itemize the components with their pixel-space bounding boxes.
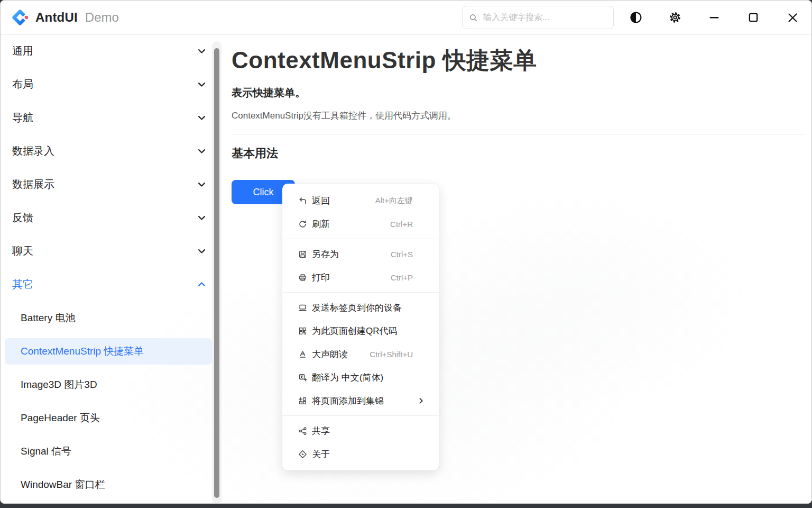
sidebar-item-label: 聊天 xyxy=(12,244,33,258)
theme-contrast-icon[interactable] xyxy=(625,7,647,28)
send-to-device-icon xyxy=(298,303,307,312)
sidebar-group[interactable]: 聊天 xyxy=(1,234,212,268)
chevron-down-icon xyxy=(196,113,207,123)
sidebar-item-label: WindowBar 窗口栏 xyxy=(21,478,105,492)
page-title: ContextMenuStrip 快捷菜单 xyxy=(232,45,811,76)
chevron-down-icon xyxy=(196,246,207,257)
menu-item[interactable]: 打印Ctrl+P xyxy=(282,266,439,289)
menu-item-label: 翻译为 中文(简体) xyxy=(312,371,383,384)
sidebar-item-label: 数据录入 xyxy=(12,144,54,158)
sidebar-item-label: ContextMenuStrip 快捷菜单 xyxy=(21,344,144,358)
menu-item-label: 返回 xyxy=(312,195,330,207)
antdui-logo-icon xyxy=(12,10,29,25)
sidebar-item[interactable]: Image3D 图片3D xyxy=(1,368,212,401)
chevron-down-icon xyxy=(196,79,207,90)
menu-item-shortcut: Ctrl+R xyxy=(390,220,413,229)
sidebar-item[interactable]: Battery 电池 xyxy=(1,301,212,334)
sidebar-item[interactable]: PageHeader 页头 xyxy=(1,401,212,434)
menu-item[interactable]: 翻译为 中文(简体) xyxy=(282,366,439,389)
menu-item[interactable]: 共享 xyxy=(282,419,439,442)
menu-item-label: 打印 xyxy=(312,271,330,284)
app-subtitle: Demo xyxy=(85,10,119,25)
menu-item[interactable]: 大声朗读Ctrl+Shift+U xyxy=(282,342,439,366)
save-icon xyxy=(298,250,307,259)
back-icon xyxy=(298,196,307,205)
chevron-down-icon xyxy=(196,179,207,190)
menu-item-shortcut: Ctrl+Shift+U xyxy=(370,350,413,359)
chevron-up-icon xyxy=(196,279,207,290)
menu-item-label: 为此页面创建QR代码 xyxy=(312,325,398,337)
page-subtitle: 表示快捷菜单。 xyxy=(232,86,811,100)
sidebar-item-label: Signal 信号 xyxy=(21,444,71,458)
section-title: 基本用法 xyxy=(232,146,811,161)
menu-item-shortcut: Ctrl+P xyxy=(391,273,413,282)
read-aloud-icon xyxy=(298,350,307,359)
qr-code-icon xyxy=(298,326,307,335)
sidebar-group[interactable]: 其它 xyxy=(1,268,212,301)
chevron-down-icon xyxy=(196,46,207,57)
search-box[interactable] xyxy=(462,6,614,29)
section-divider xyxy=(232,134,805,135)
window-controls xyxy=(625,7,803,28)
menu-item[interactable]: 将页面添加到集锦 xyxy=(282,389,439,412)
context-menu: 返回Alt+向左键刷新Ctrl+R另存为Ctrl+S打印Ctrl+P发送标签页到… xyxy=(282,184,439,470)
menu-item-label: 刷新 xyxy=(312,218,330,230)
menu-item[interactable]: 关于 xyxy=(282,442,439,466)
chevron-down-icon xyxy=(196,146,207,157)
sidebar-scrollbar-track[interactable] xyxy=(212,41,222,504)
title-bar: AntdUI Demo xyxy=(1,1,811,35)
sidebar-item-label: 布局 xyxy=(12,77,33,92)
share-icon xyxy=(298,427,307,436)
translate-icon xyxy=(298,373,307,382)
app-title: AntdUI xyxy=(35,10,78,25)
menu-item-shortcut: Alt+向左键 xyxy=(375,196,413,206)
menu-item-shortcut: Ctrl+S xyxy=(391,250,413,259)
menu-separator xyxy=(282,415,439,416)
sidebar-item-label: Battery 电池 xyxy=(21,311,75,325)
menu-item-label: 共享 xyxy=(312,425,330,437)
sidebar-group[interactable]: 导航 xyxy=(1,101,212,134)
chevron-right-icon xyxy=(417,396,425,405)
chevron-down-icon xyxy=(196,213,207,223)
menu-item[interactable]: 发送标签页到你的设备 xyxy=(282,296,439,319)
menu-item[interactable]: 返回Alt+向左键 xyxy=(282,189,439,212)
sidebar-item-inner: WindowBar 窗口栏 xyxy=(5,471,212,498)
sidebar-group[interactable]: 数据展示 xyxy=(1,168,212,201)
minimize-icon[interactable] xyxy=(704,7,725,28)
menu-item-label: 发送标签页到你的设备 xyxy=(312,302,402,314)
collections-icon xyxy=(298,396,307,405)
search-icon xyxy=(469,13,478,22)
menu-item-label: 关于 xyxy=(312,448,330,460)
sidebar-group[interactable]: 通用 xyxy=(1,34,212,68)
sidebar-nav: 通用布局导航数据录入数据展示反馈聊天其它Battery 电池ContextMen… xyxy=(1,34,212,499)
menu-item-label: 将页面添加到集锦 xyxy=(312,395,384,407)
menu-separator xyxy=(282,239,439,239)
brand: AntdUI Demo xyxy=(12,10,119,25)
sidebar-item-inner: ContextMenuStrip 快捷菜单 xyxy=(5,338,212,365)
sidebar-item[interactable]: ContextMenuStrip 快捷菜单 xyxy=(1,334,212,368)
sidebar-item-label: Image3D 图片3D xyxy=(21,378,97,392)
menu-item[interactable]: 刷新Ctrl+R xyxy=(282,212,439,235)
gear-icon[interactable] xyxy=(665,7,686,28)
menu-item-label: 另存为 xyxy=(312,248,339,260)
sidebar-group[interactable]: 反馈 xyxy=(1,201,212,234)
menu-item[interactable]: 为此页面创建QR代码 xyxy=(282,319,439,342)
sidebar-item-inner: Image3D 图片3D xyxy=(5,371,212,398)
close-icon[interactable] xyxy=(782,7,803,28)
app-window: AntdUI Demo xyxy=(0,0,812,504)
sidebar-group[interactable]: 数据录入 xyxy=(1,134,212,168)
sidebar-item-label: PageHeader 页头 xyxy=(21,411,100,425)
menu-separator xyxy=(282,292,439,293)
about-icon xyxy=(298,450,307,459)
sidebar-scrollbar-thumb[interactable] xyxy=(214,48,219,498)
menu-item-label: 大声朗读 xyxy=(312,348,348,360)
search-input[interactable] xyxy=(482,12,607,23)
sidebar-group[interactable]: 布局 xyxy=(1,68,212,101)
maximize-icon[interactable] xyxy=(743,7,764,28)
sidebar-item[interactable]: WindowBar 窗口栏 xyxy=(1,468,212,501)
menu-item[interactable]: 另存为Ctrl+S xyxy=(282,242,439,266)
sidebar-item[interactable]: Signal 信号 xyxy=(1,434,212,468)
page-description: ContextMenuStrip没有工具箱控件，使用代码方式调用。 xyxy=(232,110,811,122)
sidebar-item-label: 反馈 xyxy=(12,211,33,225)
sidebar-item-inner: Signal 信号 xyxy=(5,438,212,465)
